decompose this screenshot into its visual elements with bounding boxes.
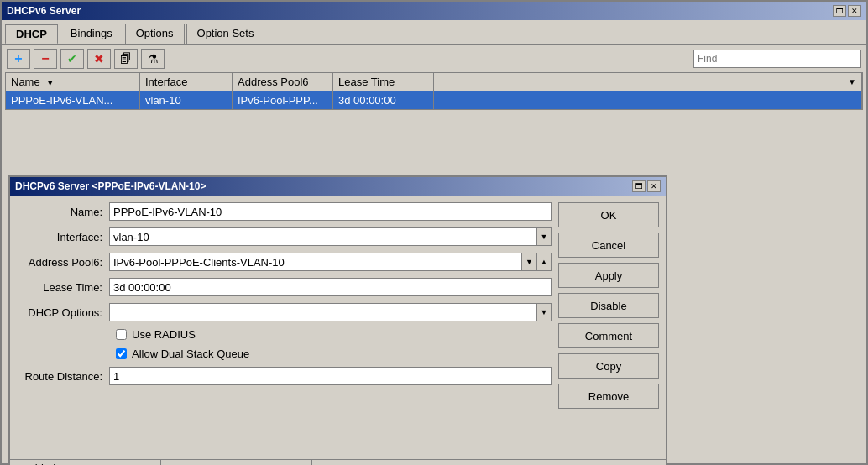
disable-button[interactable]: Disable bbox=[558, 293, 659, 318]
status-item-2 bbox=[161, 460, 312, 465]
pool-btn-group: ▼ ▲ bbox=[521, 253, 552, 271]
col-header-lease: Lease Time bbox=[333, 73, 434, 91]
status-text: enabled bbox=[10, 460, 161, 465]
filter-button[interactable]: ⚗ bbox=[141, 49, 165, 69]
lease-label: Lease Time: bbox=[17, 281, 109, 294]
dialog-status-bar: enabled bbox=[10, 459, 666, 465]
dhcp-options-dropdown-btn[interactable]: ▼ bbox=[536, 303, 552, 321]
remove-button-dialog[interactable]: Remove bbox=[558, 384, 659, 409]
comment-button[interactable]: Comment bbox=[558, 323, 659, 348]
pool-label: Address Pool6: bbox=[17, 256, 109, 269]
form-row-interface: Interface: ▼ bbox=[17, 227, 552, 246]
tab-dhcp[interactable]: DHCP bbox=[5, 24, 58, 44]
find-input[interactable] bbox=[693, 50, 861, 68]
title-controls: 🗖 ✕ bbox=[833, 5, 861, 17]
restore-btn[interactable]: 🗖 bbox=[833, 5, 846, 17]
tab-options[interactable]: Options bbox=[125, 24, 185, 44]
table-dropdown-icon[interactable]: ▼ bbox=[848, 77, 856, 86]
cell-pool: IPv6-Pool-PPP... bbox=[233, 91, 333, 109]
use-radius-row: Use RADIUS bbox=[116, 328, 552, 341]
cell-name: PPPoE-IPv6-VLAN... bbox=[6, 91, 140, 109]
toolbar: + − ✔ ✖ 🗐 ⚗ bbox=[2, 45, 866, 72]
ok-button[interactable]: OK bbox=[558, 202, 659, 227]
use-radius-label: Use RADIUS bbox=[132, 328, 196, 341]
interface-input[interactable] bbox=[109, 227, 536, 246]
window-title: DHCPv6 Server bbox=[7, 5, 81, 17]
dialog-buttons: OK Cancel Apply Disable Comment Copy Rem… bbox=[558, 202, 659, 452]
pool-dropdown-btn[interactable]: ▼ bbox=[521, 253, 536, 271]
pool-up-btn[interactable]: ▲ bbox=[536, 253, 552, 271]
pool-input[interactable] bbox=[109, 253, 521, 271]
form-row-dhcp-options: DHCP Options: ▼ bbox=[17, 303, 552, 321]
use-radius-checkbox[interactable] bbox=[116, 329, 127, 340]
form-row-name: Name: bbox=[17, 202, 552, 221]
table-row[interactable]: PPPoE-IPv6-VLAN... vlan-10 IPv6-Pool-PPP… bbox=[6, 91, 862, 109]
dialog-form: Name: Interface: ▼ Address Pool6: bbox=[17, 202, 552, 452]
copy-button-dialog[interactable]: Copy bbox=[558, 353, 659, 379]
allow-dual-stack-label: Allow Dual Stack Queue bbox=[132, 347, 249, 360]
allow-dual-stack-checkbox[interactable] bbox=[116, 348, 127, 359]
table-container: Name ▼ Interface Address Pool6 Lease Tim… bbox=[5, 72, 863, 110]
allow-dual-stack-row: Allow Dual Stack Queue bbox=[116, 347, 552, 360]
dialog-title: DHCPv6 Server <PPPoE-IPv6-VLAN-10> bbox=[15, 180, 206, 192]
tab-option-sets[interactable]: Option Sets bbox=[186, 24, 265, 44]
interface-input-group: ▼ bbox=[109, 227, 552, 246]
form-row-pool: Address Pool6: ▼ ▲ bbox=[17, 253, 552, 271]
main-window: DHCPv6 Server 🗖 ✕ DHCP Bindings Options … bbox=[0, 0, 868, 465]
form-row-lease: Lease Time: bbox=[17, 278, 552, 296]
tab-bindings[interactable]: Bindings bbox=[60, 24, 123, 44]
cell-interface: vlan-10 bbox=[140, 91, 233, 109]
col-header-pool: Address Pool6 bbox=[233, 73, 333, 91]
disable-button[interactable]: ✖ bbox=[87, 49, 111, 69]
pool-input-group: ▼ ▲ bbox=[109, 253, 552, 271]
name-label: Name: bbox=[17, 206, 109, 218]
col-header-name: Name ▼ bbox=[6, 73, 140, 91]
close-btn[interactable]: ✕ bbox=[848, 5, 861, 17]
tabs-bar: DHCP Bindings Options Option Sets bbox=[2, 20, 866, 45]
cell-lease: 3d 00:00:00 bbox=[333, 91, 434, 109]
remove-button[interactable]: − bbox=[34, 49, 57, 69]
lease-input[interactable] bbox=[109, 278, 552, 296]
dhcp-options-input[interactable] bbox=[109, 303, 536, 321]
dialog-title-bar: DHCPv6 Server <PPPoE-IPv6-VLAN-10> 🗖 ✕ bbox=[10, 177, 666, 196]
route-label: Route Distance: bbox=[17, 370, 109, 383]
title-bar: DHCPv6 Server 🗖 ✕ bbox=[2, 2, 866, 20]
dialog-restore-btn[interactable]: 🗖 bbox=[632, 180, 646, 192]
main-content: + − ✔ ✖ 🗐 ⚗ Name ▼ Interface Address Poo… bbox=[2, 45, 866, 463]
interface-label: Interface: bbox=[17, 231, 109, 243]
col-header-interface: Interface bbox=[140, 73, 233, 91]
cell-rest bbox=[434, 91, 862, 109]
form-row-route: Route Distance: bbox=[17, 367, 552, 385]
enable-button[interactable]: ✔ bbox=[60, 49, 84, 69]
interface-dropdown-btn[interactable]: ▼ bbox=[536, 227, 552, 246]
dhcp-options-group: ▼ bbox=[109, 303, 552, 321]
col-header-rest: ▼ bbox=[434, 73, 862, 91]
cancel-button[interactable]: Cancel bbox=[558, 232, 659, 258]
add-button[interactable]: + bbox=[7, 49, 30, 69]
table-header: Name ▼ Interface Address Pool6 Lease Tim… bbox=[6, 73, 862, 91]
dialog: DHCPv6 Server <PPPoE-IPv6-VLAN-10> 🗖 ✕ N… bbox=[8, 175, 667, 465]
dhcp-options-label: DHCP Options: bbox=[17, 306, 109, 319]
dialog-close-btn[interactable]: ✕ bbox=[647, 180, 661, 192]
copy-button[interactable]: 🗐 bbox=[114, 49, 138, 69]
dialog-content: Name: Interface: ▼ Address Pool6: bbox=[10, 196, 666, 459]
name-input[interactable] bbox=[109, 202, 552, 221]
route-distance-input[interactable] bbox=[109, 367, 552, 385]
dialog-title-controls: 🗖 ✕ bbox=[632, 180, 661, 192]
apply-button[interactable]: Apply bbox=[558, 263, 659, 288]
